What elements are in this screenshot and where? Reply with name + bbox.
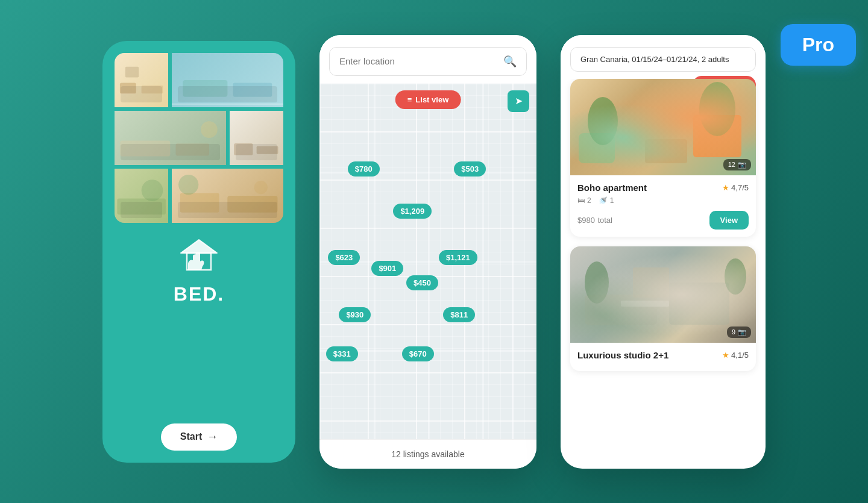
svg-rect-14 [228,196,278,213]
arrow-icon: → [207,431,218,443]
price-pin-1121[interactable]: $1,121 [439,250,477,265]
listings-header: Gran Canaria, 01/15/24–01/21/24, 2 adult… [561,35,766,79]
svg-rect-24 [573,246,753,343]
map-footer: 12 listings available [319,439,536,469]
star-icon-2: ★ [722,351,729,360]
room-photo-6 [172,169,283,223]
search-button[interactable]: 🔍 [503,55,517,68]
camera-icon-2: 📷 [738,328,746,336]
price-pin-331[interactable]: $331 [326,346,358,361]
svg-rect-29 [621,301,669,307]
price-pin-623[interactable]: $623 [328,250,360,265]
svg-rect-3 [183,80,228,97]
room-photo-5 [115,169,168,223]
bed-icon: 🛏 [577,196,585,205]
screen-listings: Gran Canaria, 01/15/24–01/21/24, 2 adult… [561,35,766,469]
listing-price-1: $980 total [577,214,612,225]
listing-title-row-2: Luxurious studio 2+1 ★ 4,1/5 [577,350,749,360]
svg-rect-13 [180,193,219,212]
view-listing-button-1[interactable]: View [709,211,749,230]
camera-icon: 📷 [738,161,746,169]
svg-rect-26 [669,283,729,325]
listing-title-2: Luxurious studio 2+1 [577,350,668,360]
location-icon: ➤ [515,95,523,107]
svg-rect-19 [693,115,741,157]
listing-image-2: 9 📷 [570,246,756,343]
image-count-1: 12 📷 [723,159,751,170]
svg-rect-25 [585,295,657,325]
screen-bed: BED. Start → [102,41,295,463]
price-pin-450[interactable]: $450 [406,275,438,290]
listings-count-label: 12 listings available [391,449,464,459]
svg-point-8 [201,121,218,138]
bed-app-title: BED. [174,283,224,305]
svg-rect-1 [142,85,163,93]
bed-app-icon [175,235,223,277]
listing-card-1: 12 📷 Boho apartment ★ 4,7/5 🛏 2 [570,79,756,237]
location-search-bar[interactable]: 🔍 [329,47,527,76]
listing-info-1: Boho apartment ★ 4,7/5 🛏 2 🚿 1 [570,175,756,237]
svg-rect-6 [120,140,170,156]
room-photo-3 [115,111,226,165]
location-input[interactable] [339,56,498,66]
svg-rect-30 [633,267,669,298]
listing-title-1: Boho apartment [577,183,647,193]
svg-point-12 [142,180,163,201]
svg-rect-0 [120,83,136,93]
start-button[interactable]: Start → [161,423,237,451]
svg-point-27 [585,261,609,304]
svg-point-28 [725,258,746,295]
listing-image-1: 12 📷 [570,79,756,175]
listing-meta-1: 🛏 2 🚿 1 [577,196,749,205]
listing-rating-2: ★ 4,1/5 [722,351,749,360]
price-pin-811[interactable]: $811 [443,307,475,322]
baths-meta-1: 🚿 1 [599,196,614,205]
price-pin-670[interactable]: $670 [402,346,434,361]
svg-rect-7 [176,143,209,155]
listing-info-2: Luxurious studio 2+1 ★ 4,1/5 [570,343,756,371]
svg-rect-20 [579,133,615,163]
svg-rect-10 [256,146,278,154]
listing-card-2: 9 📷 Luxurious studio 2+1 ★ 4,1/5 [570,246,756,371]
pro-badge[interactable]: Pro [781,24,856,66]
price-pin-930[interactable]: $930 [339,307,371,322]
list-view-icon: ≡ [407,95,412,104]
listings-search-value: Gran Canaria, 01/15/24–01/21/24, 2 adult… [570,47,756,72]
listing-title-row-1: Boho apartment ★ 4,7/5 [577,183,749,193]
photo-grid [115,53,283,223]
price-pin-1209[interactable]: $1,209 [393,204,432,219]
beds-meta-1: 🛏 2 [577,196,591,205]
room-photo-1 [115,53,168,107]
room-photo-4 [230,111,283,165]
price-pin-780[interactable]: $780 [348,161,380,177]
list-view-button[interactable]: ≡ List view [395,90,461,109]
svg-point-16 [254,181,268,194]
svg-rect-2 [125,66,139,77]
bath-icon: 🚿 [599,196,608,205]
svg-rect-9 [234,143,253,155]
star-icon: ★ [722,183,729,192]
svg-rect-4 [233,83,272,96]
my-location-button[interactable]: ➤ [508,90,529,112]
listing-rating-1: ★ 4,7/5 [722,183,749,192]
svg-rect-11 [117,198,165,214]
svg-point-15 [178,174,198,194]
room-photo-2 [172,53,283,107]
map-container: ≡ List view ➤ $780 $503 $1,209 $623 $901… [319,83,536,439]
svg-rect-23 [645,139,687,163]
bed-logo-area: BED. [174,235,224,305]
listings-content: 12 📷 Boho apartment ★ 4,7/5 🛏 2 [561,79,766,469]
map-header: 🔍 [319,35,536,83]
price-pin-901[interactable]: $901 [371,261,403,276]
listing-price-row-1: $980 total View [577,211,749,230]
screen-map: 🔍 ≡ List view ➤ $780 $503 $1,209 $623 $9… [319,35,536,469]
price-pin-503[interactable]: $503 [454,161,486,177]
image-count-2: 9 📷 [727,326,751,338]
svg-point-21 [699,82,735,136]
svg-point-22 [588,97,618,145]
